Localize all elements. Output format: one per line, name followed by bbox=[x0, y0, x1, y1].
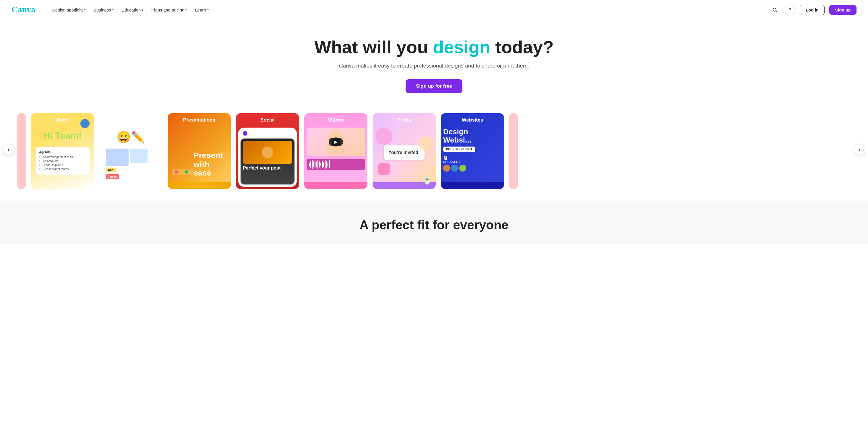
docs-agenda: Agenda Acknowledgement of co... Ice brea… bbox=[36, 147, 90, 175]
websites-speakers-label: SPEAKERS bbox=[443, 160, 502, 164]
websites-book-btn: BOOK YOUR SPOT bbox=[443, 146, 475, 152]
search-button[interactable] bbox=[770, 5, 780, 15]
card-whiteboards-label: Whiteboards bbox=[99, 113, 162, 127]
wb-tag-ash: Ash bbox=[105, 168, 116, 172]
hero-subtitle: Canva makes it easy to create profession… bbox=[11, 63, 857, 69]
websites-speaker-avatars bbox=[443, 165, 502, 172]
docs-item-3: Leadership intro bbox=[39, 164, 86, 167]
svg-line-2 bbox=[776, 11, 777, 12]
social-canva-bar: Canva bbox=[241, 130, 294, 137]
docs-item-4: Breakdown of teams bbox=[39, 168, 86, 171]
websites-design-title: DesignWebsi... bbox=[443, 128, 502, 144]
nav-business[interactable]: Business ▾ bbox=[90, 5, 117, 15]
websites-cursor: 🖱️ bbox=[443, 156, 502, 160]
video-thumb-img: ▶ bbox=[307, 128, 365, 156]
carousel-side-right bbox=[509, 113, 518, 189]
card-docs[interactable]: Docs Hi Team! Agenda Acknowledgement of … bbox=[31, 113, 94, 189]
carousel-side-left bbox=[17, 113, 26, 189]
card-presentations[interactable]: Presentations Present with ease bbox=[167, 113, 231, 189]
wb-shapes: Ash James bbox=[104, 147, 158, 181]
card-prints-label: Prints bbox=[373, 113, 436, 127]
docs-item-2: Ice breakers bbox=[39, 160, 86, 163]
svg-text:Canva: Canva bbox=[11, 5, 35, 14]
social-post-text: Perfect your post bbox=[243, 166, 292, 171]
card-social-label: Social bbox=[236, 113, 299, 127]
hand-cursor-icon: 🖱️ bbox=[423, 177, 431, 185]
nav-design-spotlight[interactable]: Design spotlight ▾ bbox=[49, 5, 89, 15]
carousel-next-button[interactable]: › bbox=[854, 144, 865, 156]
card-whiteboards[interactable]: Whiteboards 😀✏️ Ash James bbox=[99, 113, 162, 189]
docs-hi-text: Hi Team! bbox=[36, 128, 90, 144]
card-presentations-label: Presentations bbox=[167, 113, 231, 127]
signup-button[interactable]: Sign up bbox=[829, 5, 857, 15]
canva-logo[interactable]: Canva bbox=[11, 4, 37, 16]
social-phone: Canva Perfect your post bbox=[238, 128, 297, 187]
chevron-down-icon: ▾ bbox=[207, 8, 209, 11]
carousel-track: Docs Hi Team! Agenda Acknowledgement of … bbox=[0, 113, 868, 189]
help-button[interactable]: ? bbox=[785, 5, 795, 15]
hero-section: What will you design today? Canva makes … bbox=[0, 20, 868, 105]
chevron-down-icon: ▾ bbox=[142, 8, 143, 11]
carousel-prev-button[interactable]: ‹ bbox=[3, 144, 14, 156]
chevron-down-icon: ▾ bbox=[112, 8, 114, 11]
hero-title: What will you design today? bbox=[11, 37, 857, 57]
chevron-down-icon: ▾ bbox=[185, 8, 187, 11]
nav-right: ? Log in Sign up bbox=[770, 5, 857, 15]
nav-links: Design spotlight ▾ Business ▾ Education … bbox=[49, 5, 770, 15]
social-phone-screen: Perfect your post bbox=[241, 139, 294, 185]
card-websites-label: Websites bbox=[441, 113, 504, 127]
card-docs-label: Docs bbox=[31, 113, 94, 127]
prints-invite-text: You're invited! bbox=[389, 150, 420, 155]
video-thumbnail: ▶ bbox=[307, 128, 365, 156]
card-prints[interactable]: Prints You're invited! 🖱️ bbox=[373, 113, 436, 189]
nav-plans-pricing[interactable]: Plans and pricing ▾ bbox=[148, 5, 190, 15]
chevron-down-icon: ▾ bbox=[84, 8, 86, 11]
card-videos[interactable]: Videos ▶ bbox=[304, 113, 367, 189]
nav-learn[interactable]: Learn ▾ bbox=[191, 5, 212, 15]
bottom-title: A perfect fit for everyone bbox=[11, 218, 857, 232]
design-carousel: ‹ Docs Hi Team! Agenda Acknowledgement o… bbox=[0, 105, 868, 195]
wb-emoji: 😀✏️ bbox=[114, 128, 148, 147]
nav-education[interactable]: Education ▾ bbox=[118, 5, 147, 15]
question-icon: ? bbox=[789, 7, 792, 12]
bottom-section: A perfect fit for everyone bbox=[0, 201, 868, 244]
wb-rect-1 bbox=[105, 148, 129, 166]
wb-tag-james: James bbox=[105, 174, 119, 179]
prints-invite-card: You're invited! bbox=[384, 145, 424, 160]
hero-cta-button[interactable]: Sign up for free bbox=[406, 79, 462, 93]
play-icon: ▶ bbox=[331, 137, 340, 146]
wb-rect-2 bbox=[130, 148, 148, 163]
docs-item-1: Acknowledgement of co... bbox=[39, 156, 86, 159]
audio-waveform bbox=[307, 159, 365, 170]
card-videos-label: Videos bbox=[304, 113, 367, 127]
login-button[interactable]: Log in bbox=[800, 5, 825, 15]
navbar: Canva Design spotlight ▾ Business ▾ Educ… bbox=[0, 0, 868, 20]
card-social[interactable]: Social Canva bbox=[236, 113, 299, 189]
card-websites[interactable]: Websites DesignWebsi... BOOK YOUR SPOT 🖱… bbox=[441, 113, 504, 189]
